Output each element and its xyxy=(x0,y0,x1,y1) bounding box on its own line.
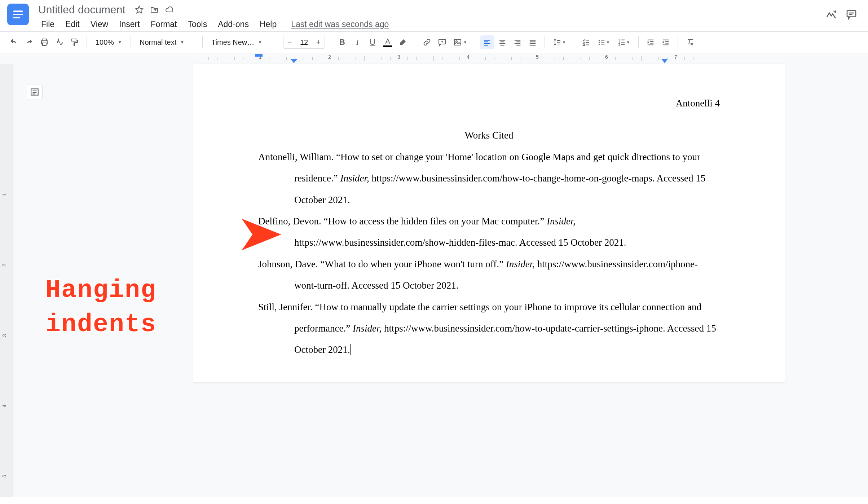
indent-decrease-button[interactable] xyxy=(644,35,657,49)
horizontal-ruler[interactable]: 1234567 xyxy=(0,53,868,64)
svg-rect-43 xyxy=(601,42,604,43)
menu-file[interactable]: File xyxy=(36,17,60,31)
hanging-indent-marker[interactable] xyxy=(290,59,298,63)
ruler-number: 4 xyxy=(467,54,470,60)
font-size-increase[interactable]: + xyxy=(312,36,325,48)
menu-tools[interactable]: Tools xyxy=(183,17,212,31)
ruler-number: 2 xyxy=(328,54,331,60)
menu-format[interactable]: Format xyxy=(146,17,182,31)
menu-insert[interactable]: Insert xyxy=(114,17,145,31)
docs-logo[interactable] xyxy=(7,4,29,25)
move-folder-icon[interactable] xyxy=(150,5,159,14)
svg-rect-2 xyxy=(13,17,20,18)
align-left-button[interactable] xyxy=(480,35,494,49)
citation-author: Johnson, Dave. xyxy=(258,259,318,269)
comment-history-icon[interactable] xyxy=(846,9,857,20)
svg-rect-56 xyxy=(665,41,669,42)
citation-article: “What to do when your iPhone won't turn … xyxy=(320,259,503,269)
cloud-status-icon[interactable] xyxy=(165,5,174,14)
menubar: File Edit View Insert Format Tools Add-o… xyxy=(35,17,820,31)
font-size-decrease[interactable]: − xyxy=(283,36,296,48)
activity-icon[interactable] xyxy=(825,9,837,20)
document-title[interactable]: Untitled document xyxy=(35,4,129,16)
citation-entry: Delfino, Devon. “How to access the hidde… xyxy=(258,211,720,254)
citation-publication: Insider, xyxy=(340,173,369,184)
font-size-input[interactable] xyxy=(296,36,312,48)
indent-increase-button[interactable] xyxy=(659,35,673,49)
toolbar: 100%▼ Normal text▼ Times New…▼ − + B I U… xyxy=(0,31,868,53)
citation-author: Still, Jennifer. xyxy=(258,302,313,312)
page-header: Antonelli 4 xyxy=(258,93,720,114)
svg-rect-53 xyxy=(650,43,653,44)
citation-article: “How to access the hidden files on your … xyxy=(323,216,544,227)
v-ruler-number: 3 xyxy=(1,334,7,337)
menu-addons[interactable]: Add-ons xyxy=(213,17,254,31)
svg-rect-9 xyxy=(43,43,46,45)
style-dropdown[interactable]: Normal text▼ xyxy=(136,35,197,49)
right-indent-marker[interactable] xyxy=(661,59,668,63)
svg-rect-14 xyxy=(454,39,461,45)
text-color-button[interactable]: A xyxy=(381,35,395,49)
font-dropdown[interactable]: Times New…▼ xyxy=(208,35,273,49)
print-button[interactable] xyxy=(38,35,51,49)
ruler-number: 7 xyxy=(674,54,677,60)
underline-button[interactable]: U xyxy=(366,35,379,49)
svg-rect-58 xyxy=(663,44,669,45)
checklist-button[interactable] xyxy=(579,35,593,49)
ruler-number: 3 xyxy=(397,54,400,60)
numbered-list-button[interactable]: 123▼ xyxy=(614,35,633,49)
italic-button[interactable]: I xyxy=(351,35,364,49)
svg-text:3: 3 xyxy=(618,43,620,46)
svg-rect-49 xyxy=(621,42,625,43)
last-edit-link[interactable]: Last edit was seconds ago xyxy=(291,19,389,29)
citation-entry: Johnson, Dave. “What to do when your iPh… xyxy=(258,254,720,297)
menu-view[interactable]: View xyxy=(85,17,113,31)
citation-accessed: Accessed 15 October 2021. xyxy=(352,280,459,291)
bullet-list-button[interactable]: ▼ xyxy=(594,35,613,49)
align-right-button[interactable] xyxy=(511,35,524,49)
ruler-number: 6 xyxy=(605,54,608,60)
menu-edit[interactable]: Edit xyxy=(60,17,85,31)
insert-image-button[interactable]: ▼ xyxy=(450,35,470,49)
svg-marker-3 xyxy=(136,6,143,13)
zoom-dropdown[interactable]: 100%▼ xyxy=(92,35,125,49)
text-cursor xyxy=(350,344,351,355)
bold-button[interactable]: B xyxy=(335,35,349,49)
svg-rect-54 xyxy=(648,44,654,45)
insert-comment-button[interactable] xyxy=(435,35,449,49)
document-page[interactable]: Antonelli 4 Works Cited Antonelli, Willi… xyxy=(193,64,785,382)
citation-entry: Still, Jennifer. “How to manually update… xyxy=(258,297,720,361)
align-justify-button[interactable] xyxy=(526,35,539,49)
undo-button[interactable] xyxy=(7,35,21,49)
svg-rect-57 xyxy=(665,43,669,44)
citation-publication: Insider, xyxy=(547,216,576,227)
outline-toggle-button[interactable] xyxy=(27,84,43,100)
redo-button[interactable] xyxy=(22,35,36,49)
citation-accessed: Accessed 15 October 2021. xyxy=(519,237,626,248)
citation-publication: Insider, xyxy=(353,323,382,334)
svg-rect-4 xyxy=(847,10,856,17)
citation-entry: Antonelli, William. “How to set or chang… xyxy=(258,146,720,211)
citation-url: https://www.businessinsider.com/how-to-u… xyxy=(384,323,665,334)
citation-url: https://www.businessinsider.com/show-hid… xyxy=(294,237,517,248)
first-line-indent-marker[interactable] xyxy=(255,54,263,57)
line-spacing-button[interactable]: ▼ xyxy=(550,35,569,49)
clear-format-button[interactable] xyxy=(683,35,697,49)
insert-link-button[interactable] xyxy=(420,35,434,49)
svg-rect-48 xyxy=(621,40,625,40)
vertical-ruler[interactable]: 12345 xyxy=(0,64,13,497)
highlight-button[interactable] xyxy=(396,35,410,49)
svg-rect-55 xyxy=(663,40,669,40)
spellcheck-button[interactable] xyxy=(53,35,66,49)
paint-format-button[interactable] xyxy=(68,35,81,49)
citation-author: Delfino, Devon. xyxy=(258,216,321,227)
svg-point-41 xyxy=(598,44,600,45)
svg-point-40 xyxy=(598,41,600,43)
star-icon[interactable] xyxy=(135,5,144,14)
ruler-number: 5 xyxy=(536,54,539,60)
workspace: 12345 Antonelli 4 Works Cited Antonelli,… xyxy=(0,64,868,497)
svg-rect-0 xyxy=(13,10,23,12)
align-center-button[interactable] xyxy=(495,35,509,49)
menu-help[interactable]: Help xyxy=(255,17,282,31)
citation-url: https://www.businessinsider.com/how-to-c… xyxy=(371,173,655,184)
